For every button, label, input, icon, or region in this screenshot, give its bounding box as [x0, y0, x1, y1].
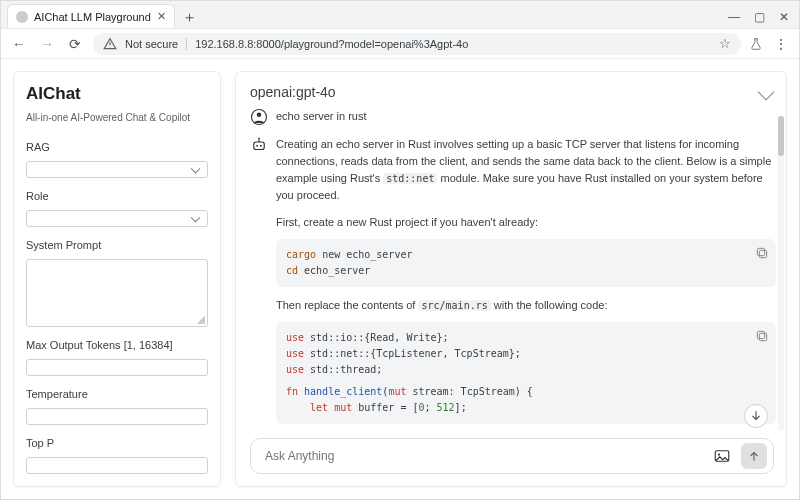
model-name: openai:gpt-4o — [250, 84, 336, 100]
assistant-avatar-icon — [250, 136, 268, 154]
send-button[interactable] — [741, 443, 767, 469]
svg-point-6 — [260, 145, 262, 147]
svg-rect-8 — [757, 249, 764, 256]
window-controls: — ▢ ✕ — [728, 10, 799, 28]
attach-image-button[interactable] — [709, 443, 735, 469]
chat-scroll: echo server in rust Creating an echo ser… — [250, 108, 786, 430]
url-text: 192.168.8.8:8000/playground?model=openai… — [195, 38, 711, 50]
svg-rect-9 — [759, 334, 766, 341]
reload-button[interactable]: ⟳ — [65, 34, 85, 54]
role-label: Role — [26, 190, 208, 202]
first-step: First, create a new Rust project if you … — [276, 214, 776, 231]
page-content: AIChat All-in-one AI-Powered Chat & Copi… — [1, 59, 799, 499]
bookmark-icon[interactable]: ☆ — [719, 36, 731, 51]
copy-icon[interactable] — [754, 328, 770, 344]
tab-title: AIChat LLM Playground — [34, 11, 151, 23]
svg-rect-10 — [757, 332, 764, 339]
code-block-2: use std::io::{Read, Write}; use std::net… — [276, 322, 776, 424]
top-p-input[interactable] — [26, 457, 208, 474]
tab-close-icon[interactable]: ✕ — [157, 10, 166, 23]
minimize-icon[interactable]: — — [728, 10, 740, 24]
copy-icon[interactable] — [754, 245, 770, 261]
max-tokens-input[interactable] — [26, 359, 208, 376]
close-window-icon[interactable]: ✕ — [779, 10, 789, 24]
address-bar[interactable]: Not secure 192.168.8.8:8000/playground?m… — [93, 33, 741, 55]
assistant-body: Creating an echo server in Rust involves… — [276, 136, 776, 430]
back-button[interactable]: ← — [9, 34, 29, 54]
chat-input-row — [250, 438, 774, 474]
browser-window: AIChat LLM Playground ✕ ＋ — ▢ ✕ ← → ⟳ No… — [0, 0, 800, 500]
svg-rect-7 — [759, 251, 766, 258]
system-prompt-textarea[interactable] — [26, 259, 208, 327]
app-title: AIChat — [26, 84, 208, 104]
chat-input[interactable] — [263, 448, 703, 464]
browser-tab[interactable]: AIChat LLM Playground ✕ — [7, 4, 175, 28]
then-replace: Then replace the contents of src/main.rs… — [276, 297, 776, 314]
nav-toolbar: ← → ⟳ Not secure 192.168.8.8:8000/playgr… — [1, 29, 799, 59]
svg-point-4 — [258, 138, 260, 140]
svg-point-12 — [718, 453, 720, 455]
arrow-down-icon — [749, 409, 763, 423]
svg-point-1 — [257, 113, 262, 118]
inline-code-src-main: src/main.rs — [418, 300, 490, 311]
user-avatar-icon — [250, 108, 268, 126]
system-prompt-label: System Prompt — [26, 239, 208, 251]
chat-panel: openai:gpt-4o echo server in rust Creati… — [235, 71, 787, 487]
temperature-label: Temperature — [26, 388, 208, 400]
not-secure-icon — [103, 37, 117, 51]
temperature-input[interactable] — [26, 408, 208, 425]
rag-select[interactable] — [26, 161, 208, 178]
image-icon — [713, 447, 731, 465]
max-tokens-label: Max Output Tokens [1, 16384] — [26, 339, 208, 351]
scrollbar-thumb[interactable] — [778, 116, 784, 156]
titlebar: AIChat LLM Playground ✕ ＋ — ▢ ✕ — [1, 1, 799, 29]
model-selector[interactable]: openai:gpt-4o — [250, 84, 786, 108]
svg-rect-2 — [254, 142, 265, 150]
scroll-to-bottom-button[interactable] — [744, 404, 768, 428]
app-subtitle: All-in-one AI-Powered Chat & Copilot — [26, 112, 208, 123]
user-text: echo server in rust — [276, 108, 776, 126]
tab-favicon — [16, 11, 28, 23]
code-block-1: cargo new echo_server cd echo_server — [276, 239, 776, 287]
not-secure-label: Not secure — [125, 38, 178, 50]
divider — [186, 38, 187, 50]
menu-icon[interactable]: ⋮ — [771, 34, 791, 54]
arrow-up-icon — [747, 449, 761, 463]
maximize-icon[interactable]: ▢ — [754, 10, 765, 24]
sidebar: AIChat All-in-one AI-Powered Chat & Copi… — [13, 71, 221, 487]
user-message: echo server in rust — [250, 108, 776, 126]
svg-point-5 — [256, 145, 258, 147]
scrollbar[interactable] — [778, 116, 784, 430]
top-p-label: Top P — [26, 437, 208, 449]
forward-button[interactable]: → — [37, 34, 57, 54]
role-select[interactable] — [26, 210, 208, 227]
flask-icon[interactable] — [749, 37, 763, 51]
assistant-message: Creating an echo server in Rust involves… — [250, 136, 776, 430]
inline-code-std-net: std::net — [383, 173, 437, 184]
rag-label: RAG — [26, 141, 208, 153]
new-tab-button[interactable]: ＋ — [179, 6, 201, 28]
chevron-down-icon — [758, 84, 775, 101]
